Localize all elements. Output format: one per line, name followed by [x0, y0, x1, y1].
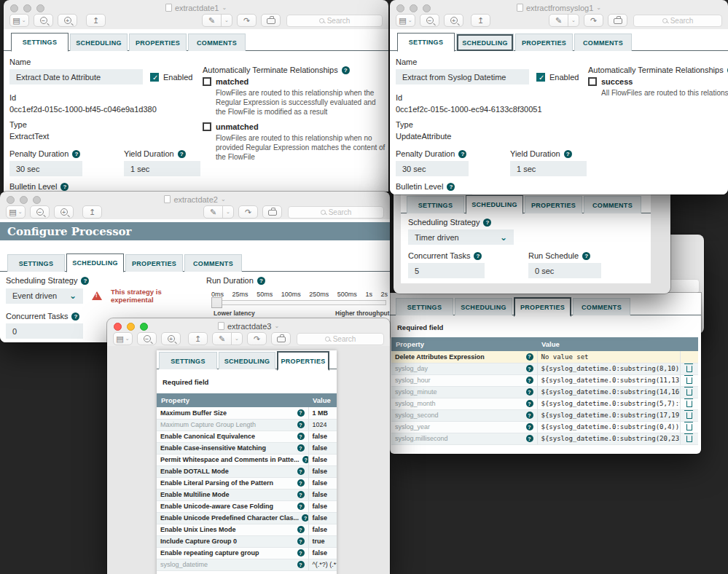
zoom-out-button[interactable]: −: [34, 14, 53, 27]
close-button[interactable]: [114, 323, 122, 331]
zoom-in-button[interactable]: +: [444, 14, 463, 27]
titlebar[interactable]: extractfromsyslog1⌄: [390, 0, 728, 12]
sidebar-toggle-button[interactable]: ▤⌄: [9, 14, 29, 27]
tab-settings[interactable]: SETTINGS: [11, 33, 69, 52]
zoom-in-button[interactable]: +: [161, 332, 181, 345]
zoom-out-button[interactable]: −: [30, 205, 50, 219]
close-button[interactable]: [396, 4, 404, 12]
rotate-button[interactable]: ↷: [247, 332, 267, 345]
name-input[interactable]: Extract from Syslog Datetime: [396, 69, 529, 84]
markup-pen-button[interactable]: ✎: [212, 332, 232, 345]
property-value-cell[interactable]: ${syslog_datetime.0:substring(5,7):trim(…: [537, 398, 680, 409]
tab-settings[interactable]: SETTINGS: [396, 298, 453, 315]
relationship-checkbox[interactable]: [203, 122, 211, 131]
zoom-out-button[interactable]: −: [420, 14, 439, 27]
tab-settings[interactable]: SETTINGS: [7, 254, 65, 272]
minimize-button[interactable]: [127, 323, 135, 331]
concurrent-tasks-input[interactable]: 0: [6, 323, 83, 339]
concurrent-tasks-input[interactable]: 5: [408, 263, 485, 278]
markup-pen-chevron-button[interactable]: ⌄: [222, 205, 234, 219]
sidebar-toggle-button[interactable]: ▤⌄: [113, 332, 133, 345]
maximize-button[interactable]: [36, 4, 44, 12]
tab-scheduling[interactable]: SCHEDULING: [466, 195, 523, 214]
penalty-duration-input[interactable]: 30 sec: [9, 161, 82, 176]
property-value-cell[interactable]: false: [308, 465, 337, 477]
title-chevron-icon[interactable]: ⌄: [222, 4, 227, 11]
rotate-button[interactable]: ↷: [584, 14, 603, 27]
zoom-in-button[interactable]: +: [54, 205, 74, 219]
relationship-checkbox[interactable]: [588, 77, 597, 86]
delete-property-icon[interactable]: [686, 389, 692, 396]
scheduling-strategy-select[interactable]: Event driven⌄: [6, 288, 83, 304]
search-input[interactable]: Search: [633, 15, 722, 27]
property-value-cell[interactable]: ${syslog_datetime.0:substring(20,23):tri…: [537, 433, 680, 444]
name-input[interactable]: Extract Date to Attribute: [9, 69, 143, 84]
tab-properties[interactable]: PROPERTIES: [129, 34, 187, 51]
property-value-cell[interactable]: 1024: [308, 419, 337, 430]
property-value-cell[interactable]: false: [308, 500, 337, 512]
run-duration-slider[interactable]: [213, 300, 386, 305]
share-button[interactable]: ↥: [86, 14, 106, 27]
delete-property-icon[interactable]: [686, 412, 692, 419]
property-value-cell[interactable]: false: [308, 512, 337, 524]
tab-scheduling[interactable]: SCHEDULING: [219, 352, 275, 369]
tab-properties[interactable]: PROPERTIES: [125, 254, 183, 272]
delete-property-icon[interactable]: [686, 424, 692, 430]
zoom-in-button[interactable]: +: [58, 14, 77, 27]
sidebar-toggle-button[interactable]: ▤⌄: [396, 14, 415, 27]
traffic-lights[interactable]: [7, 196, 41, 204]
markup-pen-chevron-button[interactable]: ⌄: [231, 332, 243, 345]
tab-scheduling[interactable]: SCHEDULING: [70, 34, 128, 51]
bulletin-level-select[interactable]: WARN⌄: [396, 194, 472, 194]
tab-comments[interactable]: COMMENTS: [188, 34, 246, 51]
markup-toolbox-button[interactable]: [608, 14, 627, 27]
markup-pen-button[interactable]: ✎: [202, 14, 222, 27]
tab-comments[interactable]: COMMENTS: [584, 196, 641, 213]
delete-property-icon[interactable]: [686, 436, 692, 442]
share-button[interactable]: ↥: [188, 332, 208, 345]
property-value-cell[interactable]: false: [308, 547, 337, 559]
property-value-cell[interactable]: false: [308, 442, 337, 454]
maximize-button[interactable]: [33, 196, 41, 204]
yield-duration-input[interactable]: 1 sec: [124, 161, 200, 176]
property-value-cell[interactable]: No value set: [537, 351, 680, 363]
zoom-out-button[interactable]: −: [137, 332, 157, 345]
tab-scheduling[interactable]: SCHEDULING: [455, 298, 512, 315]
title-chevron-icon[interactable]: ⌄: [221, 196, 226, 203]
share-button[interactable]: ↥: [471, 14, 490, 27]
close-button[interactable]: [7, 196, 15, 204]
property-value-cell[interactable]: ${syslog_datetime.0:substring(14,16):tri…: [537, 386, 680, 398]
delete-property-icon[interactable]: [686, 377, 692, 384]
property-value-cell[interactable]: false: [308, 430, 337, 442]
rotate-button[interactable]: ↷: [237, 14, 257, 27]
tab-properties[interactable]: PROPERTIES: [514, 297, 571, 317]
delete-property-icon[interactable]: [686, 366, 692, 372]
property-value-cell[interactable]: 1 MB: [308, 407, 337, 419]
markup-pen-button[interactable]: ✎: [549, 14, 568, 27]
rotate-button[interactable]: ↷: [238, 205, 258, 219]
minimize-button[interactable]: [410, 4, 418, 12]
tab-comments[interactable]: COMMENTS: [573, 298, 630, 315]
search-input[interactable]: Search: [286, 15, 383, 27]
close-button[interactable]: [10, 4, 18, 12]
markup-pen-button[interactable]: ✎: [203, 205, 223, 219]
tab-scheduling[interactable]: SCHEDULING: [66, 253, 124, 272]
tab-settings[interactable]: SETTINGS: [159, 352, 217, 369]
scheduling-strategy-select[interactable]: Timer driven⌄: [408, 229, 514, 245]
property-value-cell[interactable]: ${syslog_datetime.0:substring(0,4)): [537, 421, 680, 433]
tab-scheduling[interactable]: SCHEDULING: [456, 34, 514, 51]
title-chevron-icon[interactable]: ⌄: [596, 4, 601, 11]
tab-settings[interactable]: SETTINGS: [397, 33, 455, 52]
property-value-cell[interactable]: false: [308, 477, 337, 489]
markup-pen-chevron-button[interactable]: ⌄: [568, 14, 579, 27]
run-schedule-input[interactable]: 0 sec: [528, 263, 601, 278]
search-input[interactable]: Search: [297, 333, 384, 345]
markup-toolbox-button[interactable]: [261, 14, 281, 27]
maximize-button[interactable]: [423, 4, 431, 12]
penalty-duration-input[interactable]: 30 sec: [396, 161, 469, 176]
share-button[interactable]: ↥: [82, 205, 102, 219]
maximize-button[interactable]: [140, 323, 148, 331]
traffic-lights[interactable]: [114, 323, 148, 331]
delete-property-icon[interactable]: [686, 401, 692, 407]
titlebar[interactable]: extractdate3⌄: [107, 318, 390, 331]
